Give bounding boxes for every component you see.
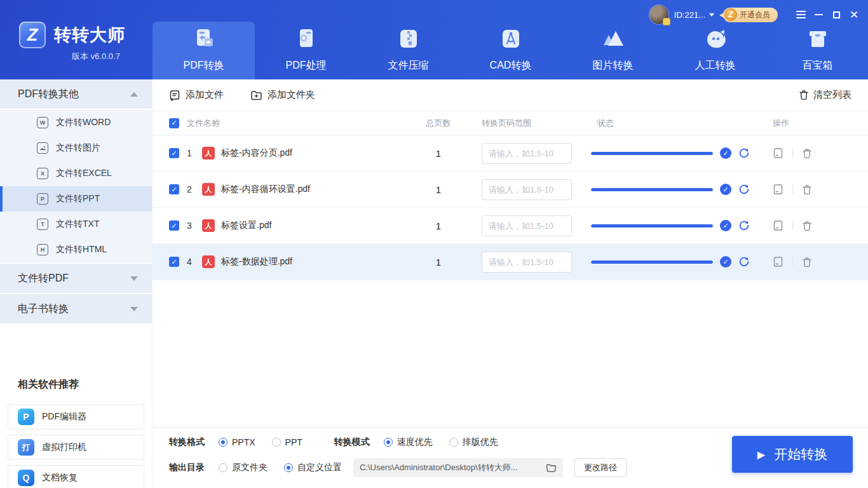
group-label: 电子书转换 — [18, 302, 130, 316]
recommend-virtual-printer[interactable]: 打 虚拟打印机 — [8, 435, 144, 460]
delete-row-icon[interactable] — [802, 148, 812, 159]
tab-file-compress[interactable]: 文件压缩 — [357, 0, 459, 79]
open-file-icon[interactable] — [773, 220, 783, 231]
open-file-icon[interactable] — [773, 147, 783, 159]
html-doc-icon: H — [37, 244, 48, 255]
sidebar-item-file-to-image[interactable]: 文件转图片 — [0, 135, 152, 161]
add-folder-icon — [250, 90, 262, 101]
page-range-input[interactable] — [482, 215, 572, 236]
row-checkbox[interactable]: ✓ — [169, 220, 179, 231]
output-path-value: C:\Users\Administrator\Desktop\转转大师... — [360, 462, 541, 473]
minimize-icon — [815, 14, 823, 15]
radio-pptx[interactable]: PPTX — [219, 437, 255, 447]
add-file-icon — [169, 90, 180, 101]
recommend-pdf-editor[interactable]: P PDF编辑器 — [8, 404, 144, 430]
add-file-button[interactable]: 添加文件 — [169, 89, 224, 101]
divider — [792, 257, 793, 266]
recommend-doc-recover[interactable]: Q 文档恢复 — [8, 465, 144, 488]
page-range-input[interactable] — [482, 252, 572, 273]
divider — [792, 149, 793, 158]
row-index: 3 — [187, 220, 196, 231]
page-count: 1 — [407, 184, 470, 195]
radio-icon — [219, 463, 227, 472]
clear-list-button[interactable]: 清空列表 — [799, 89, 851, 101]
radio-speed-first[interactable]: 速度优先 — [384, 437, 433, 448]
reconvert-icon[interactable] — [738, 184, 750, 195]
start-convert-button[interactable]: ▶ 开始转换 — [732, 436, 853, 473]
tab-label: 文件压缩 — [388, 59, 429, 72]
tab-image-convert[interactable]: 图片转换 — [562, 0, 664, 79]
main-panel: 添加文件 添加文件夹 清空列表 ✓ 文件名称 总页数 转换页码范围 状态 操作 … — [153, 79, 868, 488]
page-range-input[interactable] — [482, 143, 572, 164]
close-button[interactable]: ✕ — [845, 6, 863, 24]
vip-upgrade-button[interactable]: Z 开通会员 — [723, 8, 778, 22]
radio-ppt[interactable]: PPT — [272, 437, 302, 447]
sidebar-item-file-to-excel[interactable]: X 文件转EXCEL — [0, 161, 152, 186]
ppt-doc-icon: P — [37, 193, 48, 205]
chevron-down-icon[interactable] — [709, 13, 714, 17]
delete-row-icon[interactable] — [802, 257, 812, 268]
vip-coin-icon: Z — [724, 8, 737, 21]
radio-custom-location[interactable]: 自定义位置 — [284, 462, 342, 473]
browse-folder-icon[interactable] — [546, 463, 557, 473]
menu-button[interactable] — [792, 6, 810, 24]
user-id[interactable]: ID:221... — [674, 10, 705, 20]
user-avatar[interactable] — [649, 5, 668, 24]
add-folder-button[interactable]: 添加文件夹 — [250, 89, 315, 101]
output-path-field[interactable]: C:\Users\Administrator\Desktop\转转大师... — [353, 458, 563, 477]
txt-doc-icon: T — [37, 219, 48, 230]
sidebar: PDF转换其他 W 文件转WORD 文件转图片 X 文件转EXCEL P — [0, 79, 153, 488]
tab-cad-convert[interactable]: CAD转换 — [459, 0, 562, 79]
sidebar-item-file-to-txt[interactable]: T 文件转TXT — [0, 212, 152, 237]
sidebar-item-file-to-word[interactable]: W 文件转WORD — [0, 110, 152, 135]
minimize-button[interactable] — [810, 6, 827, 24]
sidebar-item-file-to-ppt[interactable]: P 文件转PPT — [0, 186, 152, 212]
virtual-printer-icon: 打 — [18, 439, 34, 456]
progress-bar — [591, 152, 713, 155]
chevron-up-icon — [130, 92, 138, 97]
page-range-input[interactable] — [482, 179, 572, 200]
tab-pdf-process[interactable]: PDF处理 — [255, 0, 357, 79]
mode-label: 转换模式 — [334, 437, 370, 448]
table-row: ✓ 1 人 标签-内容分页.pdf 1 ✓ — [153, 135, 868, 172]
play-icon: ▶ — [757, 449, 765, 461]
tab-label: PDF转换 — [184, 59, 224, 72]
open-file-icon[interactable] — [773, 256, 783, 268]
group-label: PDF转换其他 — [18, 88, 130, 101]
progress-bar — [591, 224, 713, 227]
tab-pdf-convert[interactable]: PDF转换 — [153, 22, 255, 79]
list-toolbar: 添加文件 添加文件夹 清空列表 — [153, 79, 868, 111]
open-file-icon[interactable] — [773, 184, 783, 195]
row-checkbox[interactable]: ✓ — [169, 184, 179, 194]
sidebar-group-file-to-pdf[interactable]: 文件转PDF — [0, 264, 152, 294]
reconvert-icon[interactable] — [738, 256, 750, 268]
col-actions: 操作 — [750, 118, 868, 129]
file-compress-icon — [394, 24, 423, 53]
chevron-down-icon — [130, 276, 138, 281]
progress-bar — [591, 188, 713, 191]
delete-row-icon[interactable] — [802, 184, 812, 195]
tab-label: 图片转换 — [593, 59, 634, 72]
row-checkbox[interactable]: ✓ — [169, 257, 179, 267]
maximize-button[interactable] — [827, 6, 845, 24]
reconvert-icon[interactable] — [738, 220, 750, 231]
doc-recover-icon: Q — [18, 470, 34, 486]
pdf-editor-icon: P — [18, 409, 34, 425]
sidebar-item-file-to-html[interactable]: H 文件转HTML — [0, 237, 152, 262]
file-name: 标签-内容循环设置.pdf — [221, 184, 310, 195]
select-all-checkbox[interactable]: ✓ — [169, 118, 179, 128]
radio-layout-first[interactable]: 排版优先 — [449, 437, 498, 448]
tab-label: CAD转换 — [490, 59, 532, 72]
reconvert-icon[interactable] — [738, 147, 750, 159]
sidebar-group-pdf-convert-other[interactable]: PDF转换其他 — [0, 79, 152, 110]
sidebar-group-ebook-convert[interactable]: 电子书转换 — [0, 294, 152, 325]
progress-bar — [591, 261, 713, 264]
image-doc-icon — [37, 142, 48, 154]
radio-source-folder[interactable]: 原文件夹 — [219, 462, 268, 473]
app-window: Z 转转大师 版本 v6.0.0.7 PDF转换 PDF处理 — [0, 0, 868, 488]
brand-area: Z 转转大师 版本 v6.0.0.7 — [0, 0, 153, 79]
file-name: 标签设置.pdf — [221, 220, 271, 231]
change-path-button[interactable]: 更改路径 — [574, 458, 627, 477]
row-checkbox[interactable]: ✓ — [169, 148, 179, 158]
delete-row-icon[interactable] — [802, 220, 812, 231]
